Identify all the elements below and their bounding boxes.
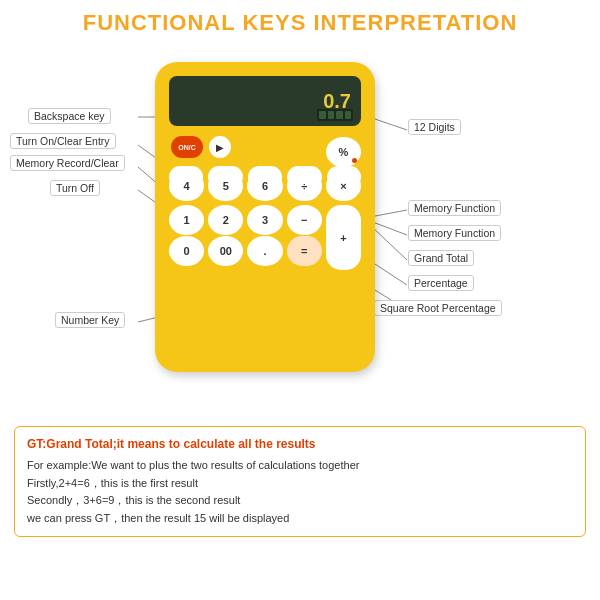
annotation-turn-on: Turn On/Clear Entry [10,133,116,149]
info-title: GT:Grand Total;it means to calculate all… [27,435,573,454]
solar-cell-4 [345,111,352,119]
annotation-12-digits: 12 Digits [408,119,461,135]
btn-dot[interactable]: . [247,236,282,266]
annotation-backspace: Backspace key [28,108,111,124]
btn-equals[interactable]: = [287,236,322,266]
annotation-square-root: Square Root Percentage [374,300,502,316]
annotation-memory-record: Memory Record/Clear [10,155,125,171]
annotation-turn-off: Turn Off [50,180,100,196]
solar-panel [317,109,353,121]
calc-display: 0.7 [169,76,361,126]
page-header: FUNCTIONAL KEYS INTERPRETATION [0,0,600,42]
info-line-1: For example:We want to plus the two resu… [27,457,573,475]
svg-line-8 [370,225,407,260]
btn-div[interactable]: ÷ [287,171,322,201]
info-box: GT:Grand Total;it means to calculate all… [14,426,586,537]
backspace-button[interactable]: ▶ [209,136,231,158]
btn-2[interactable]: 2 [208,205,243,235]
btn-plus[interactable]: + [326,205,361,270]
calculator-body: 0.7 ON/C ▶ OFF [155,62,375,372]
info-line-4: we can press GT，then the result 15 will … [27,510,573,528]
btn-4[interactable]: 4 [169,171,204,201]
annotation-mem-func-2: Memory Function [408,225,501,241]
btn-00[interactable]: 00 [208,236,243,266]
info-line-2: Firstly,2+4=6，this is the first result [27,475,573,493]
page-wrapper: FUNCTIONAL KEYS INTERPRETATION [0,0,600,537]
svg-line-9 [375,264,407,285]
svg-line-7 [370,221,407,235]
onc-button[interactable]: ON/C [171,136,203,158]
btn-3[interactable]: 3 [247,205,282,235]
btn-5[interactable]: 5 [208,171,243,201]
page-title: FUNCTIONAL KEYS INTERPRETATION [0,10,600,36]
btn-mul[interactable]: × [326,171,361,201]
svg-line-6 [370,210,407,217]
solar-cell-3 [336,111,343,119]
solar-cell-2 [328,111,335,119]
btn-minus[interactable]: − [287,205,322,235]
solar-cell-1 [319,111,326,119]
btn-percent[interactable]: % [326,137,361,167]
btn-1[interactable]: 1 [169,205,204,235]
btn-0[interactable]: 0 [169,236,204,266]
annotation-mem-func-1: Memory Function [408,200,501,216]
info-line-3: Secondly，3+6=9，this is the second result [27,492,573,510]
diagram-area: Backspace key Turn On/Clear Entry Memory… [0,42,600,422]
percent-dot [352,158,357,163]
svg-line-5 [375,119,407,130]
btn-6[interactable]: 6 [247,171,282,201]
annotation-number-key: Number Key [55,312,125,328]
annotation-percentage: Percentage [408,275,474,291]
annotation-grand-total: Grand Total [408,250,474,266]
